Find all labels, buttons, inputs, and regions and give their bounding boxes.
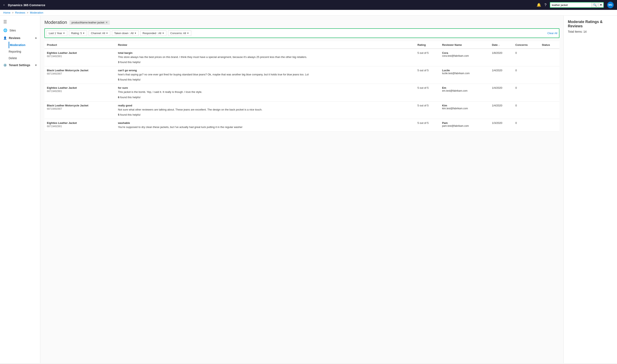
search-input[interactable] [550,3,591,7]
review-title: total bargin [118,51,412,54]
table-body: Eighties Leather Jacket 68719492901 tota… [44,49,559,131]
search-box: 🔍 ▼ [550,2,604,8]
cell-concerns: 0 [513,66,539,84]
reviews-chevron: ∧ [35,37,37,39]
sidebar-item-moderation[interactable]: Moderation [9,42,40,48]
filter-time-label: Last 1 Year [49,32,62,35]
right-panel-title: Moderate Ratings & Reviews [568,20,613,28]
reviewer-email: em.test@fabrikam.com [442,89,487,92]
filter-time-chevron: ▼ [63,32,65,34]
cell-status [539,119,559,131]
filter-tag-text: productName:leather jacket [72,21,104,24]
review-body: how's that saying go? no one ever got fi… [118,73,412,77]
right-panel-count: Total Items: 14 [568,30,613,33]
filter-responded[interactable]: Responded : All ▼ [140,30,166,36]
person-icon: 👤 [3,36,7,40]
sidebar-item-delete[interactable]: Delete [9,55,40,61]
cell-concerns: 0 [513,119,539,131]
filter-tag: productName:leather jacket ✕ [69,20,110,25]
cell-reviewer: Kim kim.test@fabrikam.com [439,101,489,119]
cell-date: 1/4/2020 [490,84,513,101]
product-name: Black Leather Motorcycle Jacket [47,69,113,72]
cell-reviewer: Pam pam.test@fabrikam.com [439,119,489,131]
breadcrumb: Home > Reviews > Moderation [0,10,617,16]
nav-icons: 🔔 ? 🔍 ▼ MG [536,2,614,8]
cell-rating: 5 out of 5 [415,101,440,119]
sidebar-item-delete-label: Delete [9,56,17,60]
table-row[interactable]: Black Leather Motorcycle Jacket 68719492… [44,66,559,84]
reviewer-name: Lucile [442,69,487,72]
filter-concerns[interactable]: Concerns: All ▼ [168,30,191,36]
sidebar-item-moderation-label: Moderation [10,43,25,47]
product-id: 68719492907 [47,107,113,110]
page-header: Moderation productName:leather jacket ✕ [44,20,559,25]
app-title: Dynamics 365 Commerce [8,3,533,7]
right-panel: Moderate Ratings & Reviews Total Items: … [563,16,617,363]
product-id: 68719492901 [47,55,113,58]
filter-responded-chevron: ▼ [162,32,164,34]
filter-channel-label: Channel: All [91,32,105,35]
cell-status [539,49,559,66]
reviewer-name: Kim [442,104,487,107]
sidebar-section-tenant[interactable]: ⚙️ Tenant Settings ∨ [0,61,40,69]
search-dropdown[interactable]: ▼ [598,3,603,7]
breadcrumb-reviews[interactable]: Reviews [15,11,25,14]
sidebar-toggle[interactable]: ☰ [0,17,40,26]
filter-channel-chevron: ▼ [106,32,108,34]
cell-review: total bargin This store always has the b… [115,49,415,66]
filter-time[interactable]: Last 1 Year ▼ [46,30,67,36]
sidebar-item-reporting-label: Reporting [9,50,21,53]
reviewer-name: Cora [442,51,487,54]
product-id: 68719492907 [47,72,113,75]
filter-channel[interactable]: Channel: All ▼ [89,30,110,36]
sidebar-section-tenant-label: Tenant Settings [9,64,30,67]
product-id: 68719492901 [47,90,113,93]
table-row[interactable]: Eighties Leather Jacket 68719492901 for … [44,84,559,101]
table-row[interactable]: Black Leather Motorcycle Jacket 68719492… [44,101,559,119]
cell-review: washable You're supposed to dry clean th… [115,119,415,131]
table-container: Product Review Rating Reviewer Name Date… [44,41,559,132]
cell-product: Eighties Leather Jacket 68719492901 [44,49,115,66]
search-button[interactable]: 🔍 [591,2,598,7]
filter-rating[interactable]: Rating: 5 ▼ [69,30,87,36]
filters-bar: Last 1 Year ▼ Rating: 5 ▼ Channel: All ▼… [44,28,559,38]
breadcrumb-moderation[interactable]: Moderation [30,11,43,14]
filter-responded-label: Responded : All [143,32,161,35]
page-title: Moderation [44,20,67,25]
review-body: You're supposed to dry clean these jacke… [118,125,412,129]
sidebar-item-sites[interactable]: 🌐 Sites [0,26,40,34]
hamburger-menu[interactable]: ▫ [3,3,4,7]
table-row[interactable]: Eighties Leather Jacket 68719492901 tota… [44,49,559,66]
review-title: really good [118,104,412,107]
review-title: can't go wrong [118,69,412,72]
filter-concerns-chevron: ▼ [187,32,189,34]
clear-all-button[interactable]: Clear All [548,32,557,35]
col-rating: Rating [415,41,440,49]
reviewer-name: Em [442,86,487,89]
sidebar-item-reporting[interactable]: Reporting [9,48,40,55]
cell-review: can't go wrong how's that saying go? no … [115,66,415,84]
breadcrumb-home[interactable]: Home [3,11,11,14]
cell-rating: 5 out of 5 [415,119,440,131]
reviewer-email: pam.test@fabrikam.com [442,125,487,127]
sidebar-section-reviews[interactable]: 👤 Reviews ∧ [0,34,40,42]
filter-rating-chevron: ▼ [83,32,85,34]
cell-concerns: 0 [513,101,539,119]
filter-taken-down[interactable]: Taken down : All ▼ [112,30,139,36]
notification-icon[interactable]: 🔔 [536,3,541,7]
review-body: Not sure what other reviewers are talkin… [118,108,412,112]
filter-taken-down-chevron: ▼ [134,32,136,34]
gear-icon: ⚙️ [3,64,7,67]
review-body: This jacket is the bomb. Yep, I said it.… [118,90,412,94]
review-title: washable [118,121,412,125]
sidebar-section-reviews-label: Reviews [9,36,20,40]
help-icon[interactable]: ? [544,3,547,7]
col-concerns: Concerns [513,41,539,49]
cell-rating: 5 out of 5 [415,84,440,101]
review-body: This store always has the best prices on… [118,55,412,59]
filter-tag-remove[interactable]: ✕ [106,21,108,24]
col-date[interactable]: Date ↓ [490,41,513,49]
helpful-count: 5 found this helpful [118,78,412,81]
table-row[interactable]: Eighties Leather Jacket 68719492901 wash… [44,119,559,131]
cell-review: for sure This jacket is the bomb. Yep, I… [115,84,415,101]
